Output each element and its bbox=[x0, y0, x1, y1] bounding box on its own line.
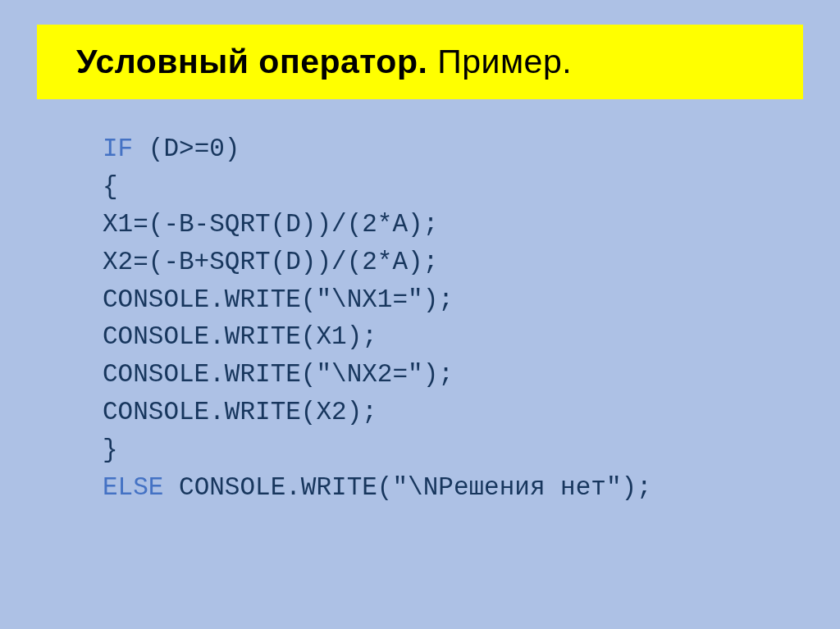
code-line-10: ELSE CONSOLE.WRITE("\NРешения нет"); bbox=[103, 469, 803, 507]
slide-title: Условный оператор. Пример. bbox=[76, 43, 783, 81]
code-line-8: CONSOLE.WRITE(X2); bbox=[103, 394, 803, 431]
code-block: IF (D>=0) { X1=(-B-SQRT(D))/(2*A); X2=(-… bbox=[37, 130, 803, 507]
keyword-if: IF bbox=[103, 134, 133, 163]
keyword-else: ELSE bbox=[103, 473, 163, 502]
code-line-5: CONSOLE.WRITE("\NX1="); bbox=[103, 281, 803, 319]
title-box: Условный оператор. Пример. bbox=[37, 25, 803, 99]
title-rest: Пример. bbox=[427, 43, 572, 80]
code-line-6: CONSOLE.WRITE(X1); bbox=[103, 318, 803, 356]
code-line-7: CONSOLE.WRITE("\NX2="); bbox=[103, 356, 803, 394]
code-line-4: X2=(-B+SQRT(D))/(2*A); bbox=[103, 244, 803, 281]
code-line-3: X1=(-B-SQRT(D))/(2*A); bbox=[103, 206, 803, 244]
code-line-2: { bbox=[103, 168, 803, 206]
slide-container: Условный оператор. Пример. IF (D>=0) { X… bbox=[0, 0, 840, 629]
code-line-9: } bbox=[103, 431, 803, 469]
title-bold: Условный оператор. bbox=[76, 43, 427, 80]
code-line-1: IF (D>=0) bbox=[103, 130, 803, 168]
code-line-1-rest: (D>=0) bbox=[133, 134, 240, 163]
code-line-10-rest: CONSOLE.WRITE("\NРешения нет"); bbox=[163, 473, 651, 502]
